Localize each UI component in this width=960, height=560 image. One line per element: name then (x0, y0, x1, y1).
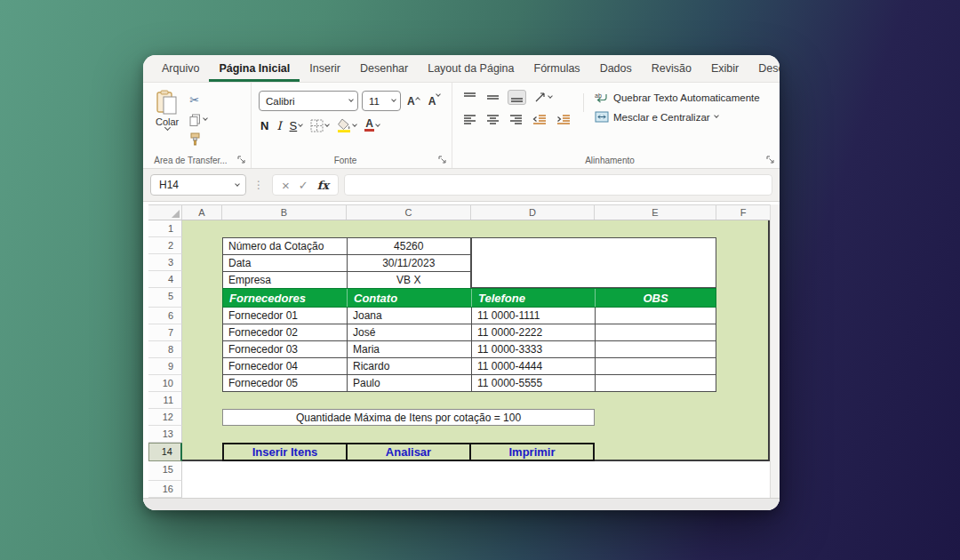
supplier-name-cell[interactable]: Fornecedor 02 (223, 324, 348, 341)
supplier-contact-cell[interactable]: Joana (348, 308, 472, 324)
align-middle-button[interactable] (484, 91, 501, 104)
row-header[interactable]: 10 (148, 375, 182, 392)
supplier-phone-cell[interactable]: 11 0000-3333 (472, 341, 596, 358)
supplier-contact-cell[interactable]: Paulo (348, 375, 472, 392)
vertical-scrollbar[interactable] (770, 204, 780, 498)
orientation-button[interactable] (532, 91, 554, 104)
copy-button[interactable] (189, 112, 207, 127)
formula-input[interactable] (344, 174, 772, 196)
paste-button[interactable]: Colar (156, 90, 179, 147)
font-name-select[interactable]: Calibri (259, 91, 358, 111)
supplier-obs-cell[interactable] (596, 308, 716, 324)
supplier-contact-cell[interactable]: José (348, 324, 472, 341)
row-header-active[interactable]: 14 (148, 443, 182, 461)
column-header-a[interactable]: A (182, 205, 222, 220)
cancel-entry-button[interactable]: × (282, 179, 290, 192)
column-header-e[interactable]: E (595, 205, 716, 220)
merged-empty-cell[interactable] (471, 237, 716, 288)
font-color-button[interactable]: A (364, 119, 380, 132)
fill-color-button[interactable] (337, 118, 356, 132)
row-header[interactable]: 6 (148, 308, 182, 324)
borders-button[interactable] (310, 119, 329, 132)
row-header[interactable]: 9 (148, 358, 182, 375)
italic-button[interactable]: I (276, 119, 281, 132)
row-header[interactable]: 13 (148, 426, 182, 443)
imprimir-button[interactable]: Imprimir (471, 444, 593, 460)
increase-indent-button[interactable] (555, 113, 572, 126)
align-left-button[interactable] (461, 113, 478, 126)
bold-button[interactable]: N (260, 119, 268, 132)
supplier-obs-cell[interactable] (596, 358, 716, 375)
align-right-button[interactable] (508, 113, 524, 126)
format-painter-button[interactable] (189, 132, 207, 147)
increase-font-size-button[interactable]: A (404, 93, 422, 109)
row-header[interactable]: 5 (148, 288, 182, 308)
info-label-cell[interactable]: Empresa (223, 272, 348, 289)
analisar-button[interactable]: Analisar (348, 444, 471, 460)
confirm-entry-button[interactable]: ✓ (299, 179, 308, 192)
tab-arquivo[interactable]: Arquivo (152, 57, 209, 82)
tab-pagina-inicial[interactable]: Página Inicial (209, 57, 300, 82)
clipboard-dialog-launcher[interactable] (237, 156, 246, 164)
info-value-cell[interactable]: 45260 (348, 238, 472, 255)
wrap-text-button[interactable]: ab Quebrar Texto Automaticamente (595, 92, 760, 104)
align-top-button[interactable] (461, 91, 478, 104)
suppliers-header-cell[interactable]: Contato (348, 289, 472, 307)
supplier-phone-cell[interactable]: 11 0000-1111 (472, 308, 596, 324)
row-header[interactable]: 2 (148, 237, 182, 254)
supplier-name-cell[interactable]: Fornecedor 01 (223, 308, 348, 324)
select-all-corner[interactable] (148, 205, 182, 220)
tab-revisao[interactable]: Revisão (642, 57, 701, 82)
row-header[interactable]: 3 (148, 254, 182, 271)
align-center-button[interactable] (484, 113, 501, 126)
inserir-itens-button[interactable]: Inserir Itens (224, 444, 348, 460)
max-items-note-cell[interactable]: Quantidade Máxima de Itens por cotação =… (222, 409, 595, 426)
tab-desenvolvedor[interactable]: Desenv (748, 57, 780, 82)
info-label-cell[interactable]: Número da Cotação (223, 238, 348, 255)
font-dialog-launcher[interactable] (438, 156, 447, 164)
supplier-contact-cell[interactable]: Ricardo (348, 358, 472, 375)
supplier-phone-cell[interactable]: 11 0000-2222 (472, 324, 596, 341)
decrease-font-size-button[interactable]: A (426, 93, 444, 109)
row-header[interactable]: 16 (148, 481, 182, 498)
supplier-obs-cell[interactable] (596, 324, 716, 341)
row-header[interactable]: 12 (148, 409, 182, 426)
supplier-obs-cell[interactable] (596, 341, 716, 358)
insert-function-button[interactable]: fx (317, 179, 329, 192)
info-value-cell[interactable]: 30/11/2023 (348, 255, 472, 272)
tab-exibir[interactable]: Exibir (701, 57, 748, 82)
underline-button[interactable]: S (290, 119, 303, 132)
info-label-cell[interactable]: Data (223, 255, 348, 272)
suppliers-header-cell[interactable]: Fornecedores (223, 289, 348, 307)
tab-dados[interactable]: Dados (590, 57, 642, 82)
row-header[interactable]: 11 (148, 392, 182, 409)
cut-button[interactable]: ✂ (189, 92, 207, 108)
column-header-c[interactable]: C (347, 205, 471, 220)
tab-layout-da-pagina[interactable]: Layout da Página (418, 57, 524, 82)
supplier-phone-cell[interactable]: 11 0000-5555 (472, 375, 596, 392)
supplier-name-cell[interactable]: Fornecedor 05 (223, 375, 348, 392)
row-header[interactable]: 7 (148, 324, 182, 341)
supplier-phone-cell[interactable]: 11 0000-4444 (472, 358, 596, 375)
row-header[interactable]: 8 (148, 341, 182, 358)
supplier-obs-cell[interactable] (596, 375, 716, 392)
decrease-indent-button[interactable] (531, 113, 548, 126)
supplier-contact-cell[interactable]: Maria (348, 341, 472, 358)
suppliers-header-cell[interactable]: Telefone (472, 289, 596, 307)
tab-formulas[interactable]: Fórmulas (524, 57, 590, 82)
supplier-name-cell[interactable]: Fornecedor 03 (223, 341, 348, 358)
row-header[interactable]: 4 (148, 271, 182, 288)
row-header[interactable]: 15 (148, 461, 182, 481)
suppliers-header-cell[interactable]: OBS (596, 289, 716, 307)
column-header-d[interactable]: D (471, 205, 595, 220)
font-size-select[interactable]: 11 (362, 91, 401, 111)
row-header[interactable]: 1 (148, 220, 182, 237)
info-value-cell[interactable]: VB X (348, 272, 472, 289)
alignment-dialog-launcher[interactable] (766, 156, 775, 164)
merge-center-button[interactable]: Mesclar e Centralizar (595, 111, 760, 123)
tab-desenhar[interactable]: Desenhar (350, 57, 418, 82)
name-box[interactable]: H14 (150, 174, 246, 196)
supplier-name-cell[interactable]: Fornecedor 04 (223, 358, 348, 375)
tab-inserir[interactable]: Inserir (300, 57, 350, 82)
column-header-f[interactable]: F (716, 205, 770, 220)
